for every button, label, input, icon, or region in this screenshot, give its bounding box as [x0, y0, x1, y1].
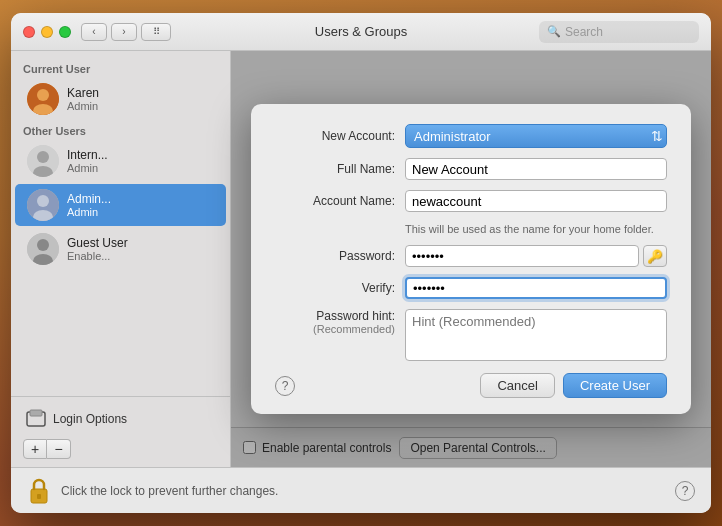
svg-rect-13	[30, 410, 42, 416]
avatar-admin	[27, 189, 59, 221]
maximize-button[interactable]	[59, 26, 71, 38]
account-name-row: Account Name:	[275, 190, 667, 212]
main-window: ‹ › ⠿ Users & Groups 🔍 Current User	[11, 13, 711, 513]
svg-point-4	[37, 151, 49, 163]
traffic-lights	[23, 26, 71, 38]
search-bar[interactable]: 🔍	[539, 21, 699, 43]
login-options-label: Login Options	[53, 412, 127, 426]
minimize-button[interactable]	[41, 26, 53, 38]
svg-point-1	[37, 89, 49, 101]
karen-role: Admin	[67, 100, 214, 112]
hint-textarea[interactable]	[405, 309, 667, 361]
forward-button[interactable]: ›	[111, 23, 137, 41]
verify-row: Verify:	[275, 277, 667, 299]
search-icon: 🔍	[547, 25, 561, 38]
cancel-button[interactable]: Cancel	[480, 373, 554, 398]
sidebar-item-internet[interactable]: Intern... Admin	[15, 140, 226, 182]
avatar-karen	[27, 83, 59, 115]
main-content: Current User Karen Admin Other Users	[11, 51, 711, 467]
karen-name: Karen	[67, 86, 214, 100]
create-user-button[interactable]: Create User	[563, 373, 667, 398]
account-name-input[interactable]	[405, 190, 667, 212]
login-options-row[interactable]: Login Options	[23, 405, 218, 433]
avatar-guest	[27, 233, 59, 265]
new-account-dialog: New Account: Administrator Standard Mana…	[251, 104, 691, 414]
admin-role: Admin	[67, 206, 214, 218]
svg-point-10	[37, 239, 49, 251]
password-row: Password: 🔑	[275, 245, 667, 267]
hint-label-title: Password hint:	[275, 309, 395, 323]
lock-bar: Click the lock to prevent further change…	[11, 467, 711, 513]
internet-info: Intern... Admin	[67, 148, 214, 174]
dialog-buttons: ? Cancel Create User	[275, 369, 667, 398]
login-icon	[25, 408, 47, 430]
account-name-label: Account Name:	[275, 194, 405, 208]
svg-point-7	[37, 195, 49, 207]
verify-label: Verify:	[275, 281, 405, 295]
window-title: Users & Groups	[315, 24, 407, 39]
grid-button[interactable]: ⠿	[141, 23, 171, 41]
guest-role: Enable...	[67, 250, 214, 262]
new-account-row: New Account: Administrator Standard Mana…	[275, 124, 667, 148]
sidebar: Current User Karen Admin Other Users	[11, 51, 231, 467]
guest-info: Guest User Enable...	[67, 236, 214, 262]
right-panel: Enable parental controls Open Parental C…	[231, 51, 711, 467]
lock-icon[interactable]	[27, 477, 51, 505]
password-label: Password:	[275, 249, 405, 263]
back-button[interactable]: ‹	[81, 23, 107, 41]
account-hint-row: This will be used as the name for your h…	[275, 222, 667, 235]
avatar-internet	[27, 145, 59, 177]
sidebar-bottom: Login Options + −	[11, 396, 230, 467]
other-users-label: Other Users	[11, 121, 230, 139]
help-button[interactable]: ?	[675, 481, 695, 501]
internet-role: Admin	[67, 162, 214, 174]
svg-rect-15	[37, 494, 41, 499]
password-input-row: 🔑	[405, 245, 667, 267]
close-button[interactable]	[23, 26, 35, 38]
new-account-label: New Account:	[275, 129, 405, 143]
new-account-select-wrapper: Administrator Standard Managed with Pare…	[405, 124, 667, 148]
karen-info: Karen Admin	[67, 86, 214, 112]
btn-group: Cancel Create User	[480, 373, 667, 398]
new-account-select[interactable]: Administrator Standard Managed with Pare…	[405, 124, 667, 148]
sidebar-item-guest[interactable]: Guest User Enable...	[15, 228, 226, 270]
lock-text: Click the lock to prevent further change…	[61, 484, 665, 498]
sidebar-item-admin[interactable]: Admin... Admin	[15, 184, 226, 226]
titlebar: ‹ › ⠿ Users & Groups 🔍	[11, 13, 711, 51]
nav-buttons: ‹ › ⠿	[81, 23, 171, 41]
key-button[interactable]: 🔑	[643, 245, 667, 267]
password-input[interactable]	[405, 245, 639, 267]
dialog-overlay: New Account: Administrator Standard Mana…	[231, 51, 711, 467]
sidebar-item-karen[interactable]: Karen Admin	[15, 78, 226, 120]
search-input[interactable]	[565, 25, 691, 39]
hint-row: Password hint: (Recommended)	[275, 309, 667, 361]
admin-info: Admin... Admin	[67, 192, 214, 218]
remove-user-button[interactable]: −	[47, 439, 71, 459]
internet-name: Intern...	[67, 148, 214, 162]
verify-input[interactable]	[405, 277, 667, 299]
full-name-label: Full Name:	[275, 162, 405, 176]
current-user-label: Current User	[11, 59, 230, 77]
hint-label-group: Password hint: (Recommended)	[275, 309, 405, 335]
account-hint-text: This will be used as the name for your h…	[405, 222, 667, 235]
admin-name: Admin...	[67, 192, 214, 206]
full-name-row: Full Name:	[275, 158, 667, 180]
dialog-help-button[interactable]: ?	[275, 376, 295, 396]
hint-label-rec: (Recommended)	[275, 323, 395, 335]
add-remove-row: + −	[23, 439, 218, 459]
full-name-input[interactable]	[405, 158, 667, 180]
guest-name: Guest User	[67, 236, 214, 250]
add-user-button[interactable]: +	[23, 439, 47, 459]
dialog-form: New Account: Administrator Standard Mana…	[275, 124, 667, 361]
